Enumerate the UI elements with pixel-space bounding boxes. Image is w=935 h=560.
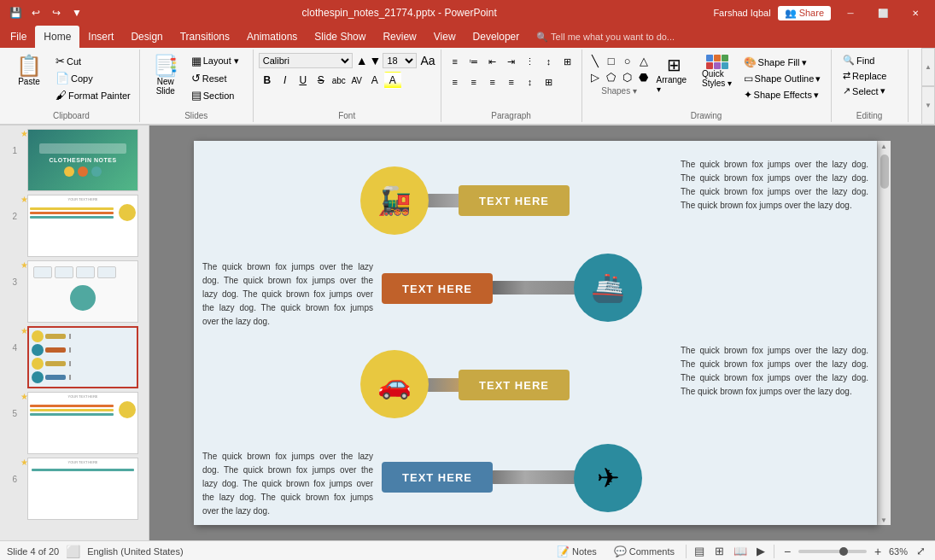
arrange-button[interactable]: ⊞ Arrange ▾ [655, 53, 694, 102]
copy-button[interactable]: 📄 Copy [52, 70, 134, 86]
slide-canvas[interactable]: 🚂 TEXT HERE The quick brown fox jumps ov… [194, 141, 877, 525]
bold-button[interactable]: B [259, 72, 276, 89]
clear-formatting-icon[interactable]: Aa [420, 54, 435, 67]
restore-button[interactable]: ⬜ [870, 4, 896, 21]
line-spacing-button[interactable]: ↕ [522, 73, 539, 90]
smartart-button[interactable]: ⊞ [559, 53, 576, 70]
zoom-thumb[interactable] [839, 547, 848, 556]
tab-transitions[interactable]: Transitions [172, 26, 238, 48]
zoom-in-button[interactable]: + [870, 544, 885, 559]
shape-item-4[interactable]: △ [636, 53, 652, 68]
shape-item-7[interactable]: ⬡ [620, 69, 635, 85]
tab-developer[interactable]: Developer [465, 26, 529, 48]
redo-icon[interactable]: ↪ [48, 4, 65, 21]
shape-item-5[interactable]: ▷ [587, 69, 603, 85]
tab-insert[interactable]: Insert [79, 26, 122, 48]
slide-image-3[interactable] [27, 260, 138, 323]
new-slide-button[interactable]: 📑 NewSlide [145, 53, 186, 98]
reset-button[interactable]: ↺ Reset [188, 70, 248, 86]
slide-thumbnail-2[interactable]: 2 ★ YOUR TEXT HERE [3, 195, 145, 257]
reading-view-button[interactable]: 📖 [733, 544, 748, 559]
shape-item-2[interactable]: □ [604, 53, 619, 68]
slide-thumbnail-1[interactable]: 1 ★ CLOTHESPIN NOTES [3, 129, 145, 191]
tab-home[interactable]: Home [35, 26, 79, 48]
share-button[interactable]: 👥 Share [778, 6, 831, 20]
layout-button[interactable]: ▦ Layout ▾ [188, 53, 248, 69]
find-button[interactable]: 🔍 Find [839, 53, 899, 67]
normal-view-button[interactable]: ▤ [692, 544, 707, 559]
shape-item-1[interactable]: ╲ [587, 53, 603, 68]
ribbon-scroll-down[interactable]: ▼ [921, 86, 935, 125]
slideshow-button[interactable]: ▶ [753, 544, 768, 559]
paste-button[interactable]: 📋 Paste [9, 53, 50, 103]
tab-animations[interactable]: Animations [238, 26, 306, 48]
canvas-scroll-thumb[interactable] [880, 155, 889, 189]
shape-fill-button[interactable]: 🎨 Shape Fill ▾ [740, 55, 826, 70]
customize-icon[interactable]: ▼ [68, 4, 85, 21]
tab-slideshow[interactable]: Slide Show [306, 26, 374, 48]
tab-design[interactable]: Design [122, 26, 171, 48]
replace-button[interactable]: ⇄ Replace [839, 68, 899, 83]
slide-image-2[interactable]: YOUR TEXT HERE [27, 195, 138, 257]
font-name-select[interactable]: Calibri [259, 53, 353, 68]
canvas-scroll-down[interactable]: ▼ [878, 515, 890, 525]
shape-item-6[interactable]: ⬠ [604, 69, 619, 85]
highlight-button[interactable]: A [384, 72, 401, 89]
columns2-button[interactable]: ⊞ [541, 73, 558, 90]
font-color-button[interactable]: A [366, 72, 383, 89]
font-size-select[interactable]: 18 [383, 53, 417, 68]
columns-button[interactable]: ⋮ [522, 53, 539, 70]
justify-button[interactable]: ≡ [503, 73, 520, 90]
quick-styles-button[interactable]: QuickStyles ▾ [698, 53, 737, 102]
bullets-button[interactable]: ≡ [447, 53, 464, 70]
strikethrough-button[interactable]: S [313, 72, 330, 89]
slide-thumbnail-5[interactable]: 5 ★ YOUR TEXT HERE [3, 392, 145, 454]
close-button[interactable]: ✕ [903, 4, 928, 21]
fit-slide-button[interactable]: ⤢ [913, 544, 928, 559]
tab-tellme[interactable]: 🔍 Tell me what you want to do... [528, 26, 683, 48]
numbered-list-button[interactable]: ≔ [465, 53, 482, 70]
slide-thumbnail-4[interactable]: 4 ★ [3, 326, 145, 388]
ribbon-scroll-up[interactable]: ▲ [921, 48, 935, 86]
comments-button[interactable]: 💬 Comments [608, 543, 681, 560]
minimize-button[interactable]: ─ [838, 4, 863, 21]
cut-button[interactable]: ✂ Cut [52, 53, 134, 69]
font-size-down-icon[interactable]: ▼ [370, 54, 382, 67]
underline-button[interactable]: U [295, 72, 312, 89]
text-direction-button[interactable]: ↕ [541, 53, 558, 70]
zoom-out-button[interactable]: − [780, 544, 795, 559]
shape-outline-button[interactable]: ▭ Shape Outline ▾ [740, 71, 826, 86]
slide-image-5[interactable]: YOUR TEXT HERE [27, 392, 138, 454]
slide-image-6[interactable]: YOUR TEXT HERE [27, 458, 138, 520]
canvas-scroll-up[interactable]: ▲ [878, 141, 890, 151]
tab-review[interactable]: Review [374, 26, 424, 48]
notes-button[interactable]: 📝 Notes [551, 543, 603, 560]
slide-image-1[interactable]: CLOTHESPIN NOTES [27, 129, 138, 191]
slide-sorter-button[interactable]: ⊞ [712, 544, 728, 559]
shape-item-8[interactable]: ⬣ [636, 69, 652, 85]
decrease-indent-button[interactable]: ⇤ [484, 53, 501, 70]
slide-thumbnail-3[interactable]: 3 ★ [3, 260, 145, 323]
zoom-slider[interactable] [798, 550, 867, 553]
format-painter-button[interactable]: 🖌 Format Painter [52, 87, 134, 103]
save-icon[interactable]: 💾 [7, 4, 24, 21]
user-name[interactable]: Farshad Iqbal [713, 8, 770, 18]
tab-view[interactable]: View [425, 26, 465, 48]
select-button[interactable]: ↗ Select ▾ [839, 84, 899, 98]
slide-image-4[interactable] [27, 326, 138, 388]
section-button[interactable]: ▤ Section [188, 87, 248, 103]
tab-file[interactable]: File [2, 26, 35, 48]
shape-item-3[interactable]: ○ [620, 53, 635, 68]
align-left-button[interactable]: ≡ [447, 73, 464, 90]
char-spacing-button[interactable]: AV [348, 72, 365, 89]
canvas-scrollbar[interactable]: ▲ ▼ [877, 141, 891, 525]
text-shadow-button[interactable]: abc [330, 72, 348, 89]
align-center-button[interactable]: ≡ [465, 73, 482, 90]
align-right-button[interactable]: ≡ [484, 73, 501, 90]
font-size-up-icon[interactable]: ▲ [356, 54, 368, 67]
shape-effects-button[interactable]: ✦ Shape Effects ▾ [740, 87, 826, 102]
slide-panel[interactable]: 1 ★ CLOTHESPIN NOTES 2 ★ Y [0, 125, 149, 540]
increase-indent-button[interactable]: ⇥ [503, 53, 520, 70]
italic-button[interactable]: I [277, 72, 294, 89]
shapes-label[interactable]: Shapes ▾ [601, 86, 637, 96]
